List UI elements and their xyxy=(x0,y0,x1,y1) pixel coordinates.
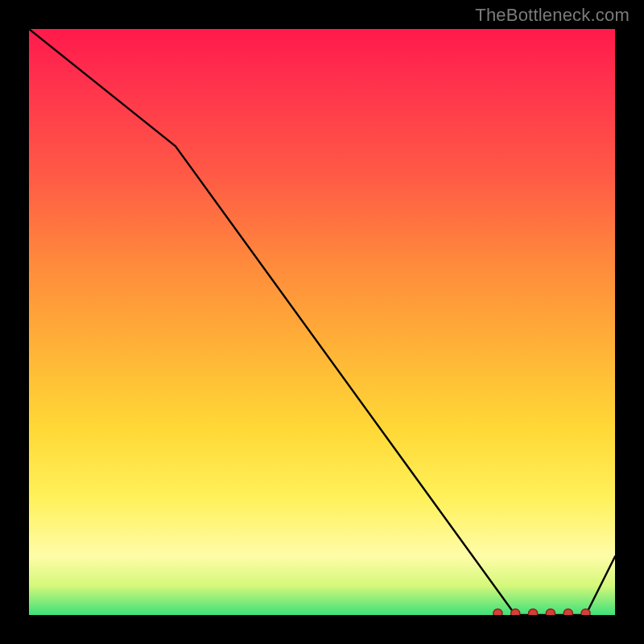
plot-gradient-area xyxy=(29,29,615,615)
watermark-text: TheBottleneck.com xyxy=(475,5,630,26)
chart-frame: TheBottleneck.com xyxy=(0,0,644,644)
